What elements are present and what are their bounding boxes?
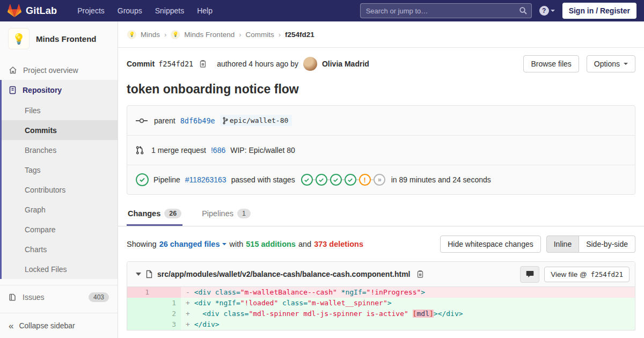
changed-files-dropdown[interactable]: 26 changed files <box>159 240 227 248</box>
copy-sha-icon[interactable] <box>199 60 207 68</box>
diff-view-toggle: Inline Side-by-side <box>546 236 635 253</box>
search-icon[interactable] <box>519 6 528 15</box>
diff-line-code: + <div class="mdl-spinner mdl-js-spinner… <box>181 308 635 319</box>
tab-pipelines[interactable]: Pipelines 1 <box>201 202 252 226</box>
browse-files-button[interactable]: Browse files <box>523 55 579 72</box>
collapse-sidebar-button[interactable]: « Collapse sidebar <box>0 313 118 338</box>
repository-section: Repository Files Commits Branches Tags C… <box>0 80 118 279</box>
pipeline-row: Pipeline #118263163 passed with stages !… <box>127 165 635 194</box>
pipeline-status-text: passed with stages <box>231 175 295 184</box>
sidebar-item-label: Issues <box>23 293 44 302</box>
breadcrumb-group[interactable]: Minds <box>141 31 160 39</box>
options-button[interactable]: Options <box>587 55 635 72</box>
help-icon: ? <box>539 6 549 16</box>
pipeline-id-link[interactable]: #118263163 <box>185 175 226 184</box>
branch-badge[interactable]: epic/wallet-80 <box>220 115 292 126</box>
sidebar-item-files[interactable]: Files <box>2 100 118 120</box>
merge-request-icon <box>136 146 144 155</box>
sidebar-item-charts[interactable]: Charts <box>2 239 118 259</box>
changes-summary-bar: Showing 26 changed files with 515 additi… <box>118 226 644 261</box>
nav-groups[interactable]: Groups <box>111 1 149 20</box>
pipeline-stage-success-icon[interactable] <box>316 174 327 186</box>
project-context-header[interactable]: 💡 Minds Frontend <box>0 21 118 57</box>
commit-label: Commit <box>127 60 155 68</box>
sidebar-item-label: Repository <box>23 86 62 94</box>
sidebar-item-tags[interactable]: Tags <box>2 160 118 180</box>
signin-register-button[interactable]: Sign in / Register <box>562 3 636 19</box>
sidebar-item-contributors[interactable]: Contributors <box>2 180 118 200</box>
project-sidebar: 💡 Minds Frontend Project overview Reposi… <box>0 21 118 338</box>
sidebar-item-label: Project overview <box>23 66 78 75</box>
parent-sha-link[interactable]: 8df6b49e <box>180 116 215 125</box>
stage-connector <box>327 179 330 180</box>
collapse-diff-caret-icon[interactable] <box>136 273 141 276</box>
collapse-label: Collapse sidebar <box>19 321 75 330</box>
tab-changes[interactable]: Changes 26 <box>127 202 182 226</box>
breadcrumb-commits[interactable]: Commits <box>246 31 274 39</box>
deletions-count: 373 deletions <box>314 240 363 248</box>
old-line-number[interactable]: 1 <box>127 287 154 298</box>
sidebar-item-compare[interactable]: Compare <box>2 219 118 239</box>
new-line-number[interactable]: 2 <box>154 308 181 319</box>
toggle-comments-button[interactable] <box>520 266 539 283</box>
tab-changes-count: 26 <box>164 209 181 218</box>
tab-changes-label: Changes <box>128 209 160 218</box>
search-input[interactable] <box>360 3 532 18</box>
additions-count: 515 additions <box>246 240 296 248</box>
pipeline-stage-skipped-icon[interactable]: » <box>374 174 385 186</box>
breadcrumb-separator: › <box>279 31 281 39</box>
changed-files-label: 26 changed files <box>159 240 220 248</box>
new-line-number[interactable]: 3 <box>154 319 181 330</box>
diff-line-code: + <div *ngIf="!loaded" class="m-wallet__… <box>181 298 635 308</box>
commit-header-left: Commit f254fd21 authored 4 hours ago by … <box>127 57 523 71</box>
old-line-number[interactable] <box>127 308 154 319</box>
pipeline-status-icon[interactable] <box>136 173 149 186</box>
sidebar-item-locked-files[interactable]: Locked Files <box>2 259 118 279</box>
copy-path-icon[interactable] <box>416 270 424 278</box>
branch-icon <box>223 117 228 124</box>
old-line-number[interactable] <box>127 319 154 330</box>
sidebar-item-branches[interactable]: Branches <box>2 140 118 160</box>
new-line-number[interactable] <box>154 287 181 298</box>
changes-summary-text: Showing 26 changed files with 515 additi… <box>127 240 440 248</box>
pipeline-stage-success-icon[interactable] <box>345 174 356 186</box>
pipeline-stage-warning-icon[interactable]: ! <box>359 174 371 186</box>
diff-file-path[interactable]: src/app/modules/wallet/v2/balance-cash/b… <box>157 270 410 278</box>
old-line-number[interactable] <box>127 298 154 308</box>
pipeline-stage-success-icon[interactable] <box>330 174 342 186</box>
inline-view-button[interactable]: Inline <box>546 236 579 253</box>
sidebar-item-repository[interactable]: Repository <box>2 80 118 100</box>
sidebar-item-issues[interactable]: Issues 403 <box>0 285 118 308</box>
diff-file: src/app/modules/wallet/v2/balance-cash/b… <box>127 261 635 330</box>
nav-help[interactable]: Help <box>191 1 219 20</box>
breadcrumb-separator: › <box>164 31 166 39</box>
parent-label: parent <box>154 116 175 125</box>
tab-pipelines-count: 1 <box>237 209 251 218</box>
diff-line-del: 1- <div class="m-walletBalance--cash" *n… <box>127 287 635 298</box>
project-avatar: 💡 <box>8 28 30 49</box>
sidebar-item-project-overview[interactable]: Project overview <box>0 60 118 80</box>
diff-table: 1- <div class="m-walletBalance--cash" *n… <box>127 287 635 330</box>
sidebar-item-commits[interactable]: Commits <box>2 120 118 140</box>
caret-down-icon <box>624 63 628 65</box>
side-by-side-view-button[interactable]: Side-by-side <box>579 236 635 253</box>
nav-snippets[interactable]: Snippets <box>149 1 191 20</box>
author-avatar[interactable] <box>303 57 317 71</box>
group-avatar: 💡 <box>127 30 136 39</box>
mr-ref-link[interactable]: !686 <box>211 146 225 155</box>
diff-line-code: + </div> <box>181 319 635 330</box>
hide-whitespace-button[interactable]: Hide whitespace changes <box>440 236 541 253</box>
gitlab-logo[interactable]: GitLab <box>8 4 57 18</box>
nav-projects[interactable]: Projects <box>71 1 111 20</box>
sidebar-item-graph[interactable]: Graph <box>2 200 118 219</box>
view-file-button[interactable]: View file @ f254fd21 <box>544 267 630 282</box>
showing-label: Showing <box>127 240 157 248</box>
help-menu[interactable]: ? <box>539 6 555 16</box>
top-navbar: GitLab Projects Groups Snippets Help ? S… <box>0 0 644 21</box>
breadcrumb-project[interactable]: Minds Frontend <box>184 31 235 39</box>
pipeline-stage-success-icon[interactable] <box>301 174 313 186</box>
new-line-number[interactable]: 1 <box>154 298 181 308</box>
author-name[interactable]: Olivia Madrid <box>322 60 369 68</box>
stage-connector <box>356 179 359 180</box>
stage-connector <box>342 179 345 180</box>
